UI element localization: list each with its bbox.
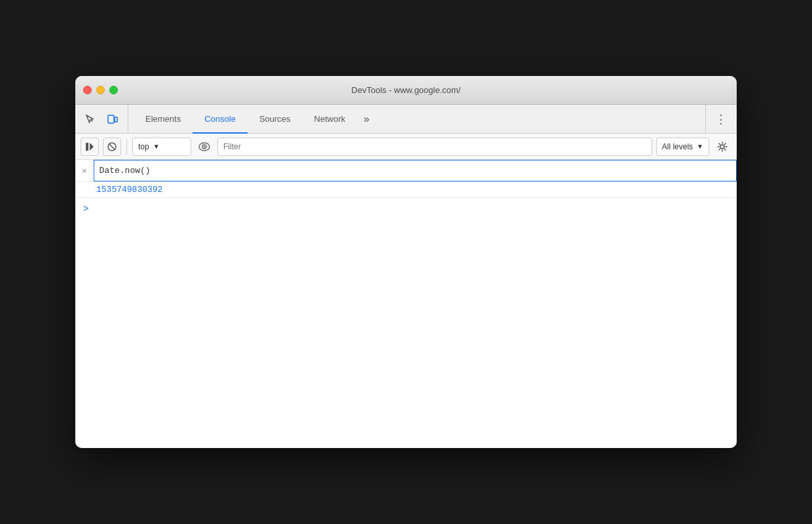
console-content: × 1535749830392 > <box>75 160 737 448</box>
console-prompt-chevron: > <box>83 203 88 214</box>
svg-rect-2 <box>86 143 88 151</box>
tab-sources[interactable]: Sources <box>248 105 303 134</box>
svg-rect-1 <box>115 117 117 122</box>
console-prompt-row[interactable]: > <box>75 198 737 219</box>
tabs: Elements Console Sources Network » <box>134 105 705 133</box>
devtools-menu-button[interactable]: ⋮ <box>711 112 731 126</box>
block-icon <box>107 142 117 151</box>
cursor-icon <box>85 114 96 124</box>
svg-line-5 <box>109 143 115 149</box>
traffic-lights <box>83 86 118 94</box>
watch-expressions-button[interactable] <box>195 138 213 156</box>
console-input-row: × <box>75 160 737 182</box>
console-toolbar: top ▼ All levels ▼ <box>75 134 737 160</box>
log-levels-selector[interactable]: All levels ▼ <box>656 138 709 156</box>
toolbar-divider <box>126 139 127 155</box>
clear-errors-button[interactable] <box>103 138 121 156</box>
tab-elements[interactable]: Elements <box>134 105 193 134</box>
tab-network[interactable]: Network <box>303 105 358 134</box>
tab-console[interactable]: Console <box>193 105 248 134</box>
more-tabs-button[interactable]: » <box>357 105 376 133</box>
maximize-button[interactable] <box>109 86 118 94</box>
title-bar: DevTools - www.google.com/ <box>75 76 737 105</box>
svg-point-8 <box>204 145 205 147</box>
toolbar-icons <box>81 105 128 133</box>
eye-icon <box>198 142 210 151</box>
tab-bar-end: ⋮ <box>705 105 731 133</box>
device-toggle-button[interactable] <box>103 109 122 129</box>
window-title: DevTools - www.google.com/ <box>352 85 461 95</box>
console-input[interactable] <box>94 160 737 181</box>
console-result-value: 1535749830392 <box>83 185 162 195</box>
gear-icon <box>717 141 728 152</box>
devtools-window: DevTools - www.google.com/ Elements <box>75 76 737 448</box>
filter-input[interactable] <box>217 138 652 156</box>
console-result-row: 1535749830392 <box>75 182 737 198</box>
run-icon <box>85 142 94 151</box>
device-icon <box>107 114 118 124</box>
console-settings-button[interactable] <box>713 138 731 156</box>
svg-marker-3 <box>90 143 94 151</box>
close-button[interactable] <box>83 86 92 94</box>
inspect-element-button[interactable] <box>81 109 100 129</box>
svg-rect-0 <box>108 115 114 123</box>
clear-input-button[interactable]: × <box>75 160 94 181</box>
minimize-button[interactable] <box>96 86 105 94</box>
run-script-button[interactable] <box>81 138 99 156</box>
context-selector[interactable]: top ▼ <box>132 138 191 156</box>
tab-bar: Elements Console Sources Network » ⋮ <box>75 105 737 134</box>
